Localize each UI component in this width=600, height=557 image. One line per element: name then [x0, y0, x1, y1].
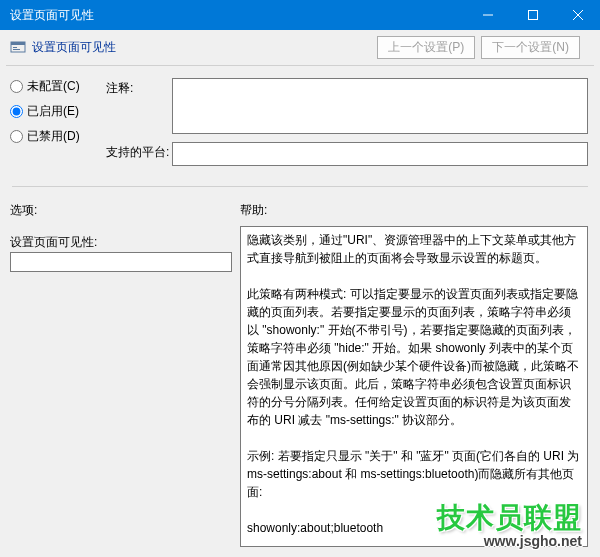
minimize-button[interactable]: [465, 0, 510, 30]
comment-label: 注释:: [106, 78, 172, 134]
radio-disabled[interactable]: 已禁用(D): [10, 128, 80, 145]
radio-label: 未配置(C): [27, 78, 80, 95]
nav-buttons: 上一个设置(P) 下一个设置(N): [377, 36, 580, 59]
radio-not-configured-input[interactable]: [10, 80, 23, 93]
svg-rect-7: [13, 49, 20, 50]
svg-rect-5: [11, 42, 25, 45]
subheader-label: 设置页面可见性: [32, 39, 377, 56]
radio-disabled-input[interactable]: [10, 130, 23, 143]
svg-rect-1: [528, 11, 537, 20]
prev-setting-button[interactable]: 上一个设置(P): [377, 36, 475, 59]
radio-enabled-input[interactable]: [10, 105, 23, 118]
visibility-group-label: 设置页面可见性:: [10, 234, 97, 251]
help-label: 帮助:: [240, 202, 267, 219]
divider: [6, 65, 594, 66]
maximize-button[interactable]: [510, 0, 555, 30]
window-controls: [465, 0, 600, 30]
help-textbox[interactable]: 隐藏该类别，通过"URI"、资源管理器中的上下文菜单或其他方式直接导航到被阻止的…: [240, 226, 588, 547]
comment-textarea[interactable]: [172, 78, 588, 134]
divider: [12, 186, 588, 187]
titlebar: 设置页面可见性: [0, 0, 600, 30]
platforms-row: 支持的平台:: [106, 142, 588, 166]
platforms-textarea[interactable]: [172, 142, 588, 166]
next-setting-button[interactable]: 下一个设置(N): [481, 36, 580, 59]
options-header: 选项: 帮助:: [10, 202, 590, 219]
state-radio-group: 未配置(C) 已启用(E) 已禁用(D): [10, 78, 80, 145]
subheader: 设置页面可见性 上一个设置(P) 下一个设置(N): [0, 30, 600, 65]
close-button[interactable]: [555, 0, 600, 30]
radio-label: 已禁用(D): [27, 128, 80, 145]
options-label: 选项:: [10, 202, 240, 219]
window-title: 设置页面可见性: [10, 7, 94, 24]
comment-row: 注释:: [106, 78, 588, 134]
platforms-label: 支持的平台:: [106, 142, 172, 166]
radio-not-configured[interactable]: 未配置(C): [10, 78, 80, 95]
policy-icon: [10, 40, 26, 56]
visibility-input[interactable]: [10, 252, 232, 272]
radio-label: 已启用(E): [27, 103, 79, 120]
svg-rect-6: [13, 47, 17, 48]
radio-enabled[interactable]: 已启用(E): [10, 103, 80, 120]
